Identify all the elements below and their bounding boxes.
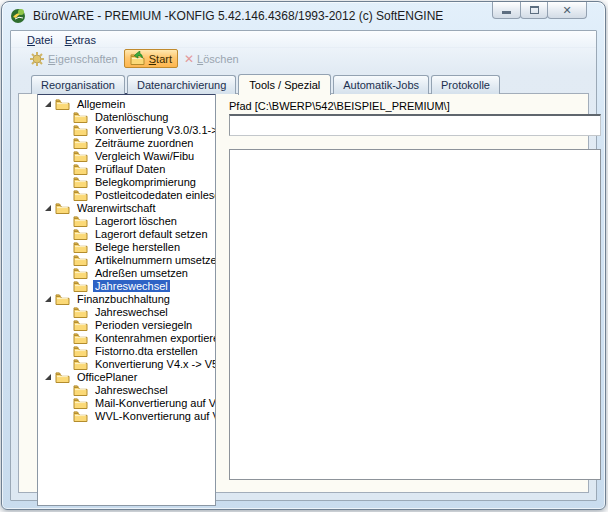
menu-bar: DateiExtras <box>11 31 596 48</box>
tree-item[interactable]: Datenlöschung <box>38 110 215 123</box>
tree-item-label: WVL-Konvertierung auf V5.0 <box>93 410 216 422</box>
app-logo-icon <box>10 7 27 24</box>
tree-item[interactable]: Belege herstellen <box>38 240 215 253</box>
tree-item[interactable]: Konvertierung V3.0/3.1->V4.0 <box>38 123 215 136</box>
expanded-triangle-icon[interactable] <box>45 205 51 211</box>
folder-icon <box>73 280 88 292</box>
eigenschaften-button[interactable]: Eigenschaften <box>23 49 124 68</box>
loeschen-button[interactable]: ✕Löschen <box>178 51 245 67</box>
tree-item-label: Vergleich Wawi/Fibu <box>93 150 196 162</box>
tree-item[interactable]: Adreßen umsetzen <box>38 266 215 279</box>
loeschen-label: Löschen <box>197 53 239 65</box>
tree-item[interactable]: Perioden versiegeln <box>38 318 215 331</box>
tree-item[interactable]: Jahreswechsel <box>38 305 215 318</box>
tree-item[interactable]: Lagerort default setzen <box>38 227 215 240</box>
folder-icon <box>73 384 88 396</box>
path-label: Pfad [C:\BWERP\542\BEISPIEL_PREMIUM\] <box>229 100 450 112</box>
maximize-button[interactable] <box>520 2 548 19</box>
tree-item[interactable]: Warenwirtschaft <box>38 201 215 214</box>
title-bar[interactable]: BüroWARE - PREMIUM -KONFIG 5.42.146.4368… <box>2 2 605 29</box>
tree-item-label: Warenwirtschaft <box>75 202 157 214</box>
tree-item[interactable]: Fistorno.dta erstellen <box>38 344 215 357</box>
client-area: DateiExtras EigenschaftenStart✕Löschen R… <box>10 30 597 501</box>
tree-item-label-selected: Jahreswechsel <box>93 280 170 292</box>
folder-icon <box>73 358 88 370</box>
tree-item-label: Jahreswechsel <box>93 384 170 396</box>
folder-icon <box>73 137 88 149</box>
eigenschaften-label: Eigenschaften <box>48 53 118 65</box>
tree-item[interactable]: Jahreswechsel <box>38 383 215 396</box>
tree-item[interactable]: Postleitcodedaten einlesen <box>38 188 215 201</box>
tree-item[interactable]: Vergleich Wawi/Fibu <box>38 149 215 162</box>
tab-bar: ReorganisationDatenarchivierungTools / S… <box>11 69 596 93</box>
folder-icon <box>73 215 88 227</box>
folder-icon <box>73 111 88 123</box>
tree-item[interactable]: Belegkomprimierung <box>38 175 215 188</box>
folder-icon <box>73 332 88 344</box>
folder-icon <box>55 371 70 383</box>
folder-icon <box>73 189 88 201</box>
tree-item[interactable]: Prüflauf Daten <box>38 162 215 175</box>
tree-item-label: Datenlöschung <box>93 111 170 123</box>
tree-item-label: Konvertierung V4.x -> V5.0 <box>93 358 216 370</box>
folder-icon <box>73 176 88 188</box>
tree-item[interactable]: OfficePlaner <box>38 370 215 383</box>
folder-icon <box>73 163 88 175</box>
tree-item-label: Artikelnummern umsetzen <box>93 254 216 266</box>
window-controls: ✕ <box>493 2 587 19</box>
tree-item-label: Prüflauf Daten <box>93 163 167 175</box>
delete-icon: ✕ <box>184 53 194 65</box>
tree-item[interactable]: Mail-Konvertierung auf V4.2 <box>38 396 215 409</box>
menu-item-extras[interactable]: Extras <box>59 33 102 47</box>
folder-icon <box>55 202 70 214</box>
folder-icon <box>55 98 70 110</box>
minimize-button[interactable] <box>492 2 521 19</box>
tab-automatik-jobs[interactable]: Automatik-Jobs <box>333 75 429 94</box>
folder-icon <box>73 241 88 253</box>
tree-item-label: Konvertierung V3.0/3.1->V4.0 <box>93 124 216 136</box>
folder-icon <box>73 267 88 279</box>
tab-reorganisation[interactable]: Reorganisation <box>31 75 125 94</box>
tree-item-label: Adreßen umsetzen <box>93 267 190 279</box>
tree-item[interactable]: Artikelnummern umsetzen <box>38 253 215 266</box>
expanded-triangle-icon[interactable] <box>45 374 51 380</box>
folder-icon <box>73 254 88 266</box>
tree-item-label: Lagerort default setzen <box>93 228 210 240</box>
tab-datenarchivierung[interactable]: Datenarchivierung <box>127 75 236 94</box>
folder-icon <box>73 345 88 357</box>
tree-item[interactable]: Kontenrahmen exportieren <box>38 331 215 344</box>
tree-item[interactable]: Zeiträume zuordnen <box>38 136 215 149</box>
maximize-icon <box>530 6 539 14</box>
tree-item-label: Perioden versiegeln <box>93 319 194 331</box>
tree-item-label: OfficePlaner <box>75 371 139 383</box>
tab-protokolle[interactable]: Protokolle <box>431 75 500 94</box>
start-button[interactable]: Start <box>124 49 178 68</box>
tree-item-label: Zeiträume zuordnen <box>93 137 195 149</box>
close-button[interactable]: ✕ <box>547 2 587 19</box>
folder-icon <box>73 306 88 318</box>
tab-tools-spezial[interactable]: Tools / Spezial <box>238 74 331 95</box>
path-input[interactable] <box>229 114 601 136</box>
tab-content: AllgemeinDatenlöschungKonvertierung V3.0… <box>18 93 589 493</box>
expanded-triangle-icon[interactable] <box>45 101 51 107</box>
tree-item-label: Allgemein <box>75 98 127 110</box>
toolbar: EigenschaftenStart✕Löschen <box>11 48 596 69</box>
tree-item[interactable]: WVL-Konvertierung auf V5.0 <box>38 409 215 422</box>
properties-icon <box>29 51 45 66</box>
app-window: BüroWARE - PREMIUM -KONFIG 5.42.146.4368… <box>1 1 606 510</box>
folder-icon <box>73 150 88 162</box>
menu-item-datei[interactable]: Datei <box>21 33 59 47</box>
tree-item[interactable]: Finanzbuchhaltung <box>38 292 215 305</box>
tree-item-label: Belege herstellen <box>93 241 182 253</box>
folder-icon <box>73 410 88 422</box>
tree-item-label: Jahreswechsel <box>93 306 170 318</box>
window-title: BüroWARE - PREMIUM -KONFIG 5.42.146.4368… <box>33 9 443 23</box>
tree-item[interactable]: Allgemein <box>38 97 215 110</box>
start-icon <box>130 51 146 66</box>
tree-item[interactable]: Jahreswechsel <box>38 279 215 292</box>
task-tree: AllgemeinDatenlöschungKonvertierung V3.0… <box>37 93 216 506</box>
expanded-triangle-icon[interactable] <box>45 296 51 302</box>
tree-item[interactable]: Konvertierung V4.x -> V5.0 <box>38 357 215 370</box>
tree-item-label: Kontenrahmen exportieren <box>93 332 216 344</box>
tree-item[interactable]: Lagerort löschen <box>38 214 215 227</box>
